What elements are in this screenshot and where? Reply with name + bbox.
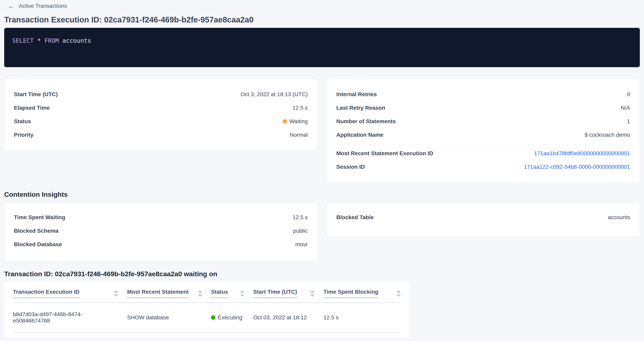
row-label: Number of Statements (336, 118, 396, 125)
back-arrow-icon: ← (8, 2, 15, 10)
column-header-label: Transaction Execution ID (13, 289, 80, 298)
summary-row-start-time: Start Time (UTC) Oct 3, 2022 at 18:13 (U… (14, 88, 308, 101)
row-value: Oct 3, 2022 at 18:13 (UTC) (240, 91, 308, 98)
row-label: Blocked Table (336, 214, 374, 221)
column-header-most-recent-statement[interactable]: Most Recent Statement (127, 289, 211, 298)
cell-transaction-execution-id: b8d7d03a-d497-446b-8474-e50846674768 (13, 311, 127, 324)
row-value: accounts (608, 214, 630, 221)
sql-keyword: SELECT (12, 37, 34, 44)
sql-keyword: FROM (44, 37, 59, 44)
waiting-transactions-table: Transaction Execution ID Most Recent Sta… (4, 282, 410, 338)
summary-row-priority: Priority Normal (14, 128, 308, 142)
summary-card: Start Time (UTC) Oct 3, 2022 at 18:13 (U… (4, 79, 318, 151)
details-row-statement-count: Number of Statements 1 (336, 115, 630, 128)
contention-row-blocked-table: Blocked Table accounts (336, 211, 630, 224)
session-id-link[interactable]: 171aa122-c092-54b8-0000-000000000001 (524, 164, 630, 170)
contention-left-card: Time Spent Waiting 12.5 s Blocked Schema… (4, 203, 318, 261)
row-label: Internal Retries (336, 91, 377, 98)
table-row: b8d7d03a-d497-446b-8474-e50846674768 SHO… (13, 303, 401, 333)
summary-row-status: Status Waiting (14, 115, 308, 128)
row-label: Application Name (336, 132, 383, 138)
sort-icon[interactable] (114, 290, 118, 297)
contention-row-time-spent-waiting: Time Spent Waiting 12.5 s (14, 211, 308, 224)
row-label: Time Spent Waiting (14, 214, 65, 221)
details-row-application-name: Application Name $ cockroach demo (336, 128, 630, 142)
column-header-label: Time Spent Blocking (324, 289, 378, 298)
contention-insights-heading: Contention Insights (4, 190, 640, 199)
sql-table-name: accounts (62, 37, 91, 44)
page-title: Transaction Execution ID: 02ca7931-f246-… (4, 14, 640, 25)
row-value: 0 (627, 91, 630, 98)
row-value: $ cockroach demo (584, 132, 630, 138)
details-row-last-retry-reason: Last Retry Reason N/A (336, 101, 630, 115)
back-link-label: Active Transactions (19, 2, 67, 10)
column-header-label: Most Recent Statement (127, 289, 189, 298)
status-dot-icon (282, 119, 287, 124)
table-header-row: Transaction Execution ID Most Recent Sta… (13, 282, 401, 303)
row-value: N/A (621, 105, 630, 111)
cell-start-time: Oct 03, 2022 at 18:12 (253, 314, 324, 321)
cell-status: Executing (211, 314, 253, 321)
details-row-internal-retries: Internal Retries 0 (336, 88, 630, 101)
row-label: Start Time (UTC) (14, 91, 58, 98)
sql-operator: * (37, 37, 41, 44)
status-badge: Waiting (290, 118, 308, 125)
row-value: 1 (627, 118, 630, 125)
row-label: Blocked Schema (14, 228, 58, 234)
row-label: Status (14, 118, 31, 125)
row-label: Priority (14, 132, 34, 138)
row-value: 12.5 s (292, 214, 308, 221)
row-label: Elapsed Time (14, 105, 50, 111)
contention-right-card: Blocked Table accounts (326, 203, 640, 237)
execution-details-card: Internal Retries 0 Last Retry Reason N/A… (326, 79, 640, 183)
statement-execution-id-link[interactable]: 171aa1b478fdf0e80000000000000001 (534, 150, 630, 157)
sort-icon[interactable] (240, 290, 244, 297)
sort-icon[interactable] (198, 290, 202, 297)
column-header-time-spent-blocking[interactable]: Time Spent Blocking (324, 289, 401, 298)
cell-most-recent-statement: SHOW database (127, 314, 211, 321)
sort-icon[interactable] (310, 290, 315, 297)
sort-icon[interactable] (396, 290, 401, 297)
column-header-label: Start Time (UTC) (253, 289, 297, 298)
card-divider (336, 144, 630, 144)
row-label: Last Retry Reason (336, 105, 385, 111)
details-row-statement-execution-id: Most Recent Statement Execution ID 171aa… (336, 147, 630, 160)
status-badge: Executing (218, 314, 242, 321)
row-value: movr (295, 241, 308, 248)
row-value: public (293, 228, 308, 234)
row-label: Blocked Database (14, 241, 62, 248)
details-row-session-id: Session ID 171aa122-c092-54b8-0000-00000… (336, 160, 630, 174)
contention-row-blocked-schema: Blocked Schema public (14, 224, 308, 238)
sql-statement-box: SELECT * FROM accounts (4, 28, 640, 67)
column-header-status[interactable]: Status (211, 289, 253, 298)
column-header-start-time[interactable]: Start Time (UTC) (253, 289, 324, 298)
status-dot-icon (211, 315, 216, 320)
column-header-label: Status (211, 289, 228, 298)
row-label: Most Recent Statement Execution ID (336, 150, 433, 157)
waiting-on-heading: Transaction ID: 02ca7931-f246-469b-b2fe-… (4, 269, 640, 278)
row-value: Normal (290, 132, 308, 138)
cell-time-spent-blocking: 12.5 s (324, 314, 401, 321)
back-link[interactable]: ← Active Transactions (4, 0, 67, 10)
row-label: Session ID (336, 164, 365, 170)
transaction-details-page: ← Active Transactions Transaction Execut… (0, 0, 644, 338)
column-header-transaction-execution-id[interactable]: Transaction Execution ID (13, 289, 127, 298)
summary-row-elapsed-time: Elapsed Time 12.5 s (14, 101, 308, 115)
contention-row-blocked-database: Blocked Database movr (14, 238, 308, 251)
row-value: 12.5 s (292, 105, 308, 111)
